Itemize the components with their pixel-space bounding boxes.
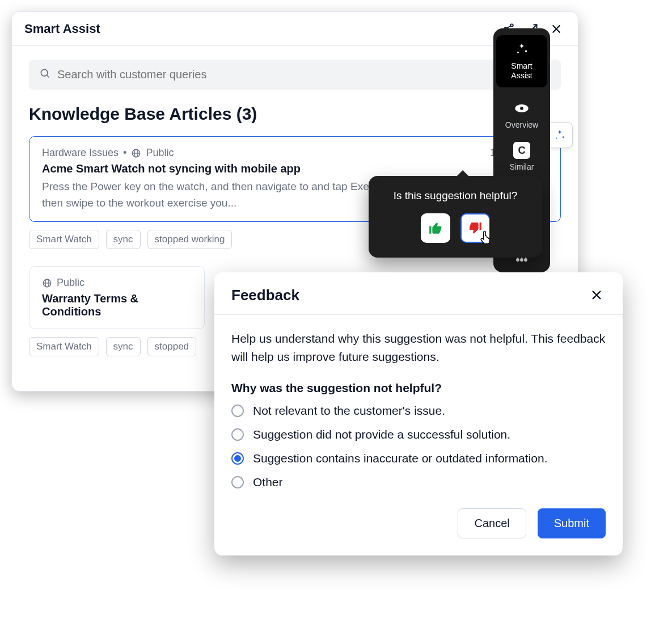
- panel-title: Smart Assist: [24, 22, 100, 36]
- card-visibility: Public: [57, 277, 84, 289]
- radio-icon: [231, 405, 244, 417]
- modal-lead: Help us understand why this suggestion w…: [231, 330, 606, 365]
- kb-article-card[interactable]: Public Warranty Terms & Conditions: [29, 266, 205, 329]
- rail-label: Overview: [505, 120, 538, 130]
- rail-item-smart-assist[interactable]: Smart Assist: [496, 35, 547, 87]
- card-meta: Hardware Issues • Public 12 Dec 2024: [42, 147, 548, 159]
- svg-point-9: [41, 69, 48, 76]
- svg-point-19: [525, 50, 527, 52]
- eye-icon: [513, 100, 530, 117]
- svg-line-10: [47, 75, 49, 78]
- option-label: Not relevant to the customer's issue.: [253, 404, 445, 418]
- card-category: Hardware Issues: [42, 147, 119, 159]
- card-title: Acme Smart Watch not syncing with mobile…: [42, 162, 548, 175]
- section-title: Knowledge Base Articles (3): [29, 104, 561, 124]
- feedback-option[interactable]: Suggestion did not provide a successful …: [231, 428, 606, 441]
- svg-point-11: [563, 136, 564, 138]
- card-visibility: Public: [146, 147, 174, 159]
- radio-icon: [231, 452, 244, 465]
- cancel-button[interactable]: Cancel: [458, 508, 526, 538]
- option-label: Suggestion did not provide a successful …: [253, 428, 510, 441]
- pointer-cursor-icon: [479, 229, 495, 249]
- option-label: Suggestion contains inaccurate or outdat…: [253, 452, 548, 465]
- feedback-options: Not relevant to the customer's issue. Su…: [231, 404, 606, 489]
- feedback-option[interactable]: Not relevant to the customer's issue.: [231, 404, 606, 418]
- helpful-popover: Is this suggestion helpful?: [369, 176, 542, 258]
- card-title: Warranty Terms & Conditions: [42, 292, 192, 318]
- thumbs-up-icon: [428, 221, 443, 235]
- svg-point-24: [517, 259, 519, 261]
- rail-label: Smart Assist: [501, 61, 543, 81]
- rail-label: Similar: [510, 162, 534, 172]
- option-label: Other: [253, 475, 283, 489]
- submit-button[interactable]: Submit: [538, 508, 606, 538]
- thumbs-up-button[interactable]: [421, 213, 450, 243]
- close-icon[interactable]: [588, 286, 606, 304]
- svg-point-12: [556, 137, 557, 138]
- similar-icon: C: [513, 142, 530, 159]
- popover-title: Is this suggestion helpful?: [379, 190, 532, 202]
- tag[interactable]: sync: [106, 337, 141, 356]
- feedback-option[interactable]: Suggestion contains inaccurate or outdat…: [231, 452, 606, 465]
- feedback-modal: Feedback Help us understand why this sug…: [214, 272, 623, 555]
- feedback-question: Why was the suggestion not helpful?: [231, 381, 606, 395]
- svg-point-20: [517, 52, 519, 53]
- globe-icon: [131, 148, 141, 158]
- suggestion-badge[interactable]: [547, 122, 573, 148]
- feedback-option[interactable]: Other: [231, 475, 606, 489]
- close-icon[interactable]: [547, 20, 565, 38]
- radio-icon: [231, 476, 244, 489]
- rail-item-similar[interactable]: C Similar: [510, 142, 534, 172]
- globe-icon: [42, 278, 52, 288]
- tag[interactable]: Smart Watch: [29, 337, 99, 356]
- svg-point-0: [510, 24, 513, 27]
- meta-separator: •: [123, 147, 126, 159]
- card-meta: Public: [42, 277, 192, 289]
- modal-header: Feedback: [214, 272, 623, 315]
- radio-icon: [231, 428, 244, 441]
- svg-point-25: [521, 259, 523, 261]
- rail-item-overview[interactable]: Overview: [505, 100, 538, 130]
- thumbs-down-button[interactable]: [460, 213, 490, 243]
- svg-point-22: [520, 107, 523, 110]
- modal-title: Feedback: [231, 287, 582, 304]
- svg-point-26: [525, 259, 527, 261]
- search-input-wrapper[interactable]: [29, 60, 561, 90]
- tag[interactable]: Smart Watch: [29, 230, 99, 249]
- tag[interactable]: stopped: [147, 337, 197, 356]
- svg-line-3: [507, 26, 511, 28]
- sparkle-icon: [553, 129, 566, 141]
- tag[interactable]: sync: [106, 230, 141, 249]
- tag[interactable]: stopped working: [147, 230, 233, 249]
- sparkle-icon: [513, 41, 530, 58]
- search-icon: [39, 68, 50, 82]
- search-input[interactable]: [57, 68, 551, 81]
